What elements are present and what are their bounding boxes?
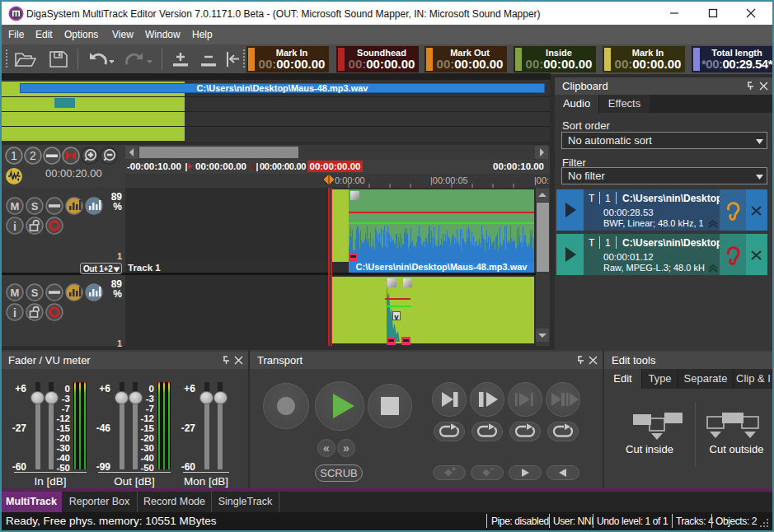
svg-text:M: M [11,287,20,299]
svg-text:M: M [11,200,20,212]
svg-text:S: S [31,287,39,299]
svg-text:S: S [31,200,39,212]
svg-text:i: i [13,306,16,320]
svg-text:i: i [13,220,16,233]
svg-text:1: 1 [11,149,17,162]
svg-text:2: 2 [30,149,36,162]
